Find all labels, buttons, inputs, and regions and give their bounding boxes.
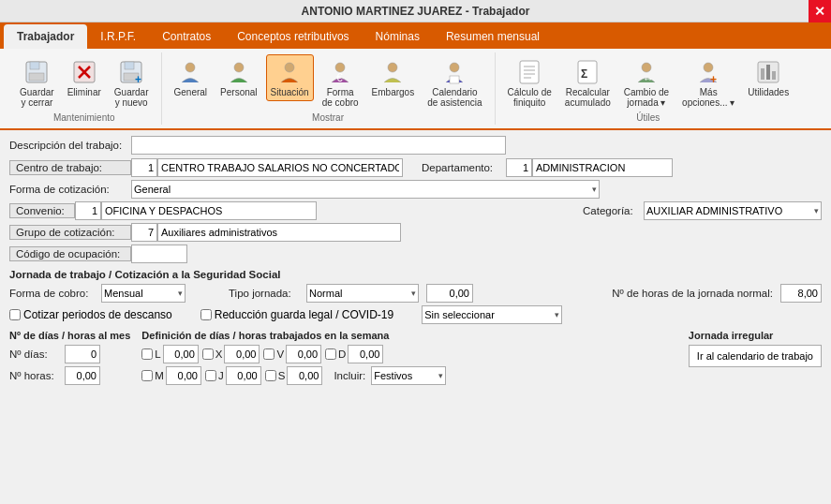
cotizar-checkbox[interactable]	[9, 309, 21, 320]
reduccion-checkbox-label[interactable]: Reducción guarda legal / COVID-19	[200, 308, 393, 321]
chk-M[interactable]	[141, 370, 153, 381]
forma-cobro-select[interactable]: Mensual Semanal Quincenal	[101, 284, 185, 303]
chk-L[interactable]	[141, 348, 153, 360]
chk-X[interactable]	[202, 348, 214, 360]
descripcion-label: Descripción del trabajo:	[9, 140, 131, 151]
grupo-value-input[interactable]	[157, 223, 401, 242]
chk-V[interactable]	[263, 348, 275, 360]
cotizar-checkbox-label[interactable]: Cotizar periodos de descanso	[9, 308, 172, 321]
grupo-label: Grupo de cotización:	[9, 225, 131, 240]
codigo-label: Código de ocupación:	[9, 246, 131, 261]
guardar-cerrar-button[interactable]: Guardary cerrar	[15, 54, 59, 111]
svg-rect-2	[29, 73, 44, 81]
svg-point-16	[450, 63, 459, 72]
tab-trabajador[interactable]: Trabajador	[4, 24, 87, 49]
forma-cotizacion-wrap: General	[131, 180, 600, 199]
forma-cobro-button[interactable]: € Formade cobro	[318, 54, 364, 111]
horas-jornada-input[interactable]	[780, 284, 822, 303]
grupo-row: Grupo de cotización:	[9, 223, 822, 242]
day-S: S	[265, 366, 323, 385]
festivos-select[interactable]: Festivos Laborables	[371, 366, 446, 385]
svg-point-12	[285, 63, 294, 72]
embargos-button[interactable]: Embargos	[367, 54, 420, 101]
codigo-row: Código de ocupación:	[9, 245, 822, 263]
convenio-id-input[interactable]	[75, 201, 101, 220]
utilidades-label: Utilidades	[748, 87, 789, 98]
centro-id-input[interactable]	[131, 158, 157, 177]
guardar-nuevo-button[interactable]: + Guardary nuevo	[110, 54, 154, 111]
forma-cotizacion-select[interactable]: General	[131, 180, 600, 199]
descripcion-input[interactable]	[131, 136, 506, 155]
day-X: X	[202, 345, 260, 363]
svg-point-15	[388, 63, 397, 72]
group-label-mantenimiento: Mantenimiento	[53, 112, 115, 123]
day-V: V	[263, 345, 321, 363]
calendario-button[interactable]: Calendariode asistencia	[423, 54, 486, 111]
tipo-jornada-sel-wrap: Normal Parcial Reducida	[306, 284, 419, 303]
chk-J[interactable]	[205, 370, 216, 381]
lbl-D: D	[338, 348, 346, 360]
departamento-id-input[interactable]	[506, 158, 532, 177]
categoria-select[interactable]: AUXILIAR ADMINISTRATIVO	[644, 201, 822, 220]
ribbon-group-mantenimiento: Guardary cerrar Eliminar	[7, 52, 162, 125]
ribbon: Guardary cerrar Eliminar	[0, 49, 831, 130]
val-M[interactable]	[166, 366, 201, 385]
lbl-M: M	[155, 370, 164, 381]
tab-resumen[interactable]: Resumen mensual	[433, 24, 553, 49]
val-D[interactable]	[348, 345, 383, 363]
weekly-col-title: Definición de días / horas trabajados en…	[141, 330, 677, 341]
sin-seleccionar-select[interactable]: Sin seleccionar	[422, 305, 562, 324]
utilidades-icon	[753, 57, 783, 87]
convenio-value-input[interactable]	[101, 201, 317, 220]
save-new-icon: +	[116, 57, 146, 87]
forma-cotizacion-label: Forma de cotización:	[9, 184, 131, 195]
irreg-col-title: Jornada irregular	[689, 330, 822, 341]
tab-contratos[interactable]: Contratos	[149, 24, 224, 49]
tipo-jornada-select[interactable]: Normal Parcial Reducida	[306, 284, 419, 303]
val-X[interactable]	[224, 345, 260, 363]
cambio-jornada-button[interactable]: ↔ Cambio dejornada ▾	[619, 54, 674, 111]
svg-rect-30	[761, 68, 764, 80]
svg-text:€: €	[336, 71, 343, 84]
codigo-input[interactable]	[131, 245, 187, 263]
mas-opciones-button[interactable]: + Másopciones... ▾	[677, 54, 739, 111]
personal-icon	[224, 57, 254, 87]
personal-button[interactable]: Personal	[215, 54, 261, 101]
cambio-jornada-icon: ↔	[631, 57, 661, 87]
chk-D[interactable]	[325, 348, 336, 360]
grupo-id-input[interactable]	[131, 223, 157, 242]
reduccion-checkbox[interactable]	[200, 309, 212, 320]
eliminar-button[interactable]: Eliminar	[63, 54, 106, 101]
centro-value-input[interactable]	[157, 158, 403, 177]
val-J[interactable]	[226, 366, 261, 385]
calculo-finiquito-button[interactable]: Cálculo definiquito	[503, 54, 556, 111]
svg-rect-17	[450, 76, 459, 83]
ribbon-buttons-mostrar: General Personal Situaci	[170, 54, 487, 111]
chk-S[interactable]	[265, 370, 276, 381]
nhoras-input[interactable]	[65, 366, 100, 385]
tab-conceptos[interactable]: Conceptos retributivos	[224, 24, 362, 49]
departamento-value-input[interactable]	[532, 158, 673, 177]
horas-jornada-lbl: Nº de horas de la jornada normal:	[612, 288, 773, 299]
svg-rect-1	[30, 62, 39, 69]
calendario-trabajo-button[interactable]: Ir al calendario de trabajo	[689, 345, 822, 367]
tab-irpf[interactable]: I.R.P.F.	[87, 24, 149, 49]
utilidades-button[interactable]: Utilidades	[743, 54, 794, 101]
val-L[interactable]	[163, 345, 199, 363]
val-S[interactable]	[287, 366, 322, 385]
svg-rect-18	[520, 61, 539, 83]
centro-row: Centro de trabajo: Departamento:	[9, 158, 822, 177]
val-V[interactable]	[286, 345, 321, 363]
tab-nominas[interactable]: Nóminas	[363, 24, 433, 49]
recalcular-label: Recalcularacumulado	[565, 87, 611, 108]
calendario-icon	[439, 57, 469, 87]
ndias-input[interactable]	[65, 345, 100, 363]
incluir-field: Incluir: Festivos Laborables	[334, 366, 446, 385]
general-button[interactable]: General	[170, 54, 213, 101]
situacion-button[interactable]: Situación	[266, 54, 314, 101]
horas-value-input[interactable]	[426, 284, 473, 303]
recalcular-button[interactable]: Σ Recalcularacumulado	[560, 54, 616, 111]
three-col-section: Nº de días / horas al mes Nº días: Nº ho…	[9, 330, 822, 388]
close-button[interactable]: ✕	[809, 0, 831, 22]
nhoras-sub-lbl: Nº horas:	[9, 370, 61, 381]
